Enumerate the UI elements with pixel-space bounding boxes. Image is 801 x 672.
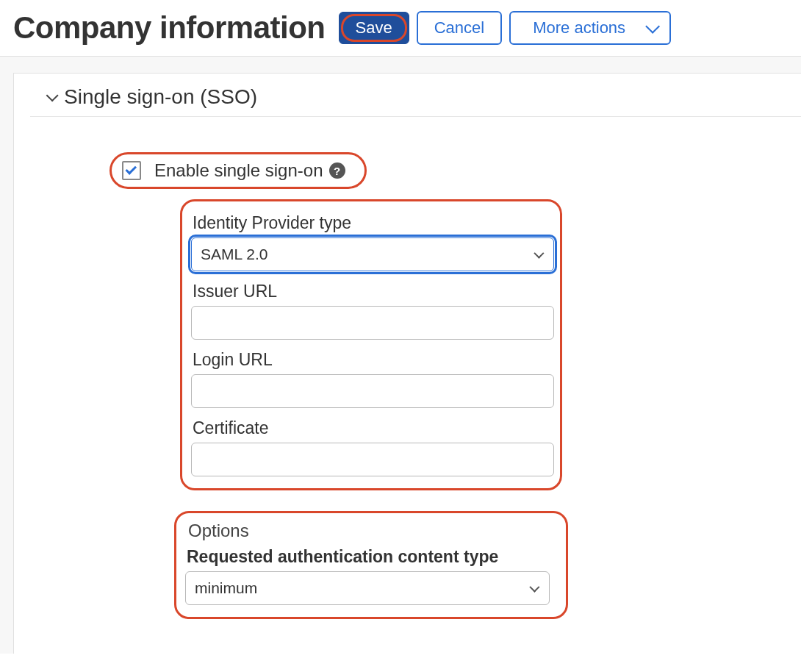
page-title: Company information — [13, 10, 326, 46]
login-url-input[interactable] — [191, 374, 554, 408]
page-header: Company information Save Cancel More act… — [0, 0, 801, 57]
chevron-down-icon — [534, 249, 544, 259]
chevron-down-icon — [529, 582, 539, 593]
certificate-input[interactable] — [191, 443, 554, 476]
save-button-label: Save — [356, 18, 392, 37]
auth-content-label: Requested authentication content type — [187, 547, 557, 567]
idp-type-value: SAML 2.0 — [201, 246, 267, 263]
options-block: Options Requested authentication content… — [174, 511, 568, 619]
certificate-label: Certificate — [193, 418, 551, 438]
section-header[interactable]: Single sign-on (SSO) — [30, 85, 801, 117]
auth-content-value: minimum — [195, 579, 257, 597]
auth-content-select[interactable]: minimum — [185, 571, 550, 605]
login-url-label: Login URL — [193, 350, 551, 370]
enable-sso-label: Enable single sign-on ? — [154, 160, 345, 181]
cancel-button-label: Cancel — [434, 18, 484, 37]
enable-sso-checkbox[interactable] — [122, 161, 141, 180]
idp-type-label: Identity Provider type — [193, 213, 551, 233]
issuer-url-label: Issuer URL — [193, 282, 551, 301]
more-actions-button[interactable]: More actions — [509, 11, 671, 45]
checkmark-icon — [126, 163, 137, 175]
more-actions-label: More actions — [533, 18, 625, 37]
help-icon[interactable]: ? — [329, 162, 345, 179]
chevron-down-icon — [645, 19, 660, 34]
chevron-down-icon — [46, 89, 59, 101]
options-title: Options — [188, 521, 557, 541]
enable-sso-row: Enable single sign-on ? — [109, 152, 367, 189]
save-button[interactable]: Save — [339, 12, 409, 44]
cancel-button[interactable]: Cancel — [417, 11, 502, 45]
sso-config-block: Identity Provider type SAML 2.0 Issuer U… — [180, 199, 562, 490]
idp-type-select[interactable]: SAML 2.0 — [191, 237, 554, 271]
content-area: Single sign-on (SSO) Enable single sign-… — [0, 57, 801, 654]
issuer-url-input[interactable] — [191, 306, 554, 340]
section-title: Single sign-on (SSO) — [64, 85, 257, 109]
panel: Single sign-on (SSO) Enable single sign-… — [13, 73, 801, 654]
